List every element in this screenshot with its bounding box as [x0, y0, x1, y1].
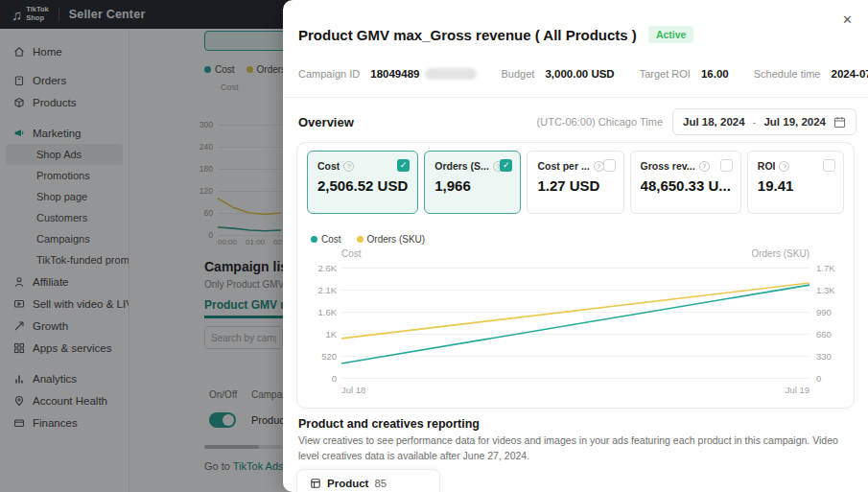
metric-checkbox[interactable]	[397, 159, 410, 172]
product-icon	[310, 478, 321, 489]
target-roi-value: 16.00	[701, 68, 729, 80]
y-tick-right: 1.7K	[816, 263, 835, 273]
left-axis-title: Cost	[341, 248, 362, 259]
metric-checkbox[interactable]	[823, 159, 835, 172]
axis-titles: Cost Orders (SKU)	[341, 248, 809, 259]
metric-value: 1,966	[434, 177, 510, 194]
metric-checkbox[interactable]	[720, 159, 733, 172]
x-axis-labels: Jul 18 Jul 19	[341, 385, 809, 395]
schedule-time-value: 2024-07-18 15:09:28	[832, 68, 868, 80]
y-tick-right: 0	[816, 373, 821, 384]
info-icon[interactable]	[779, 161, 789, 172]
reporting-title: Product and creatives reporting	[298, 417, 480, 431]
right-axis-title: Orders (SKU)	[751, 248, 809, 259]
y-tick-left: 2.6K	[317, 263, 337, 273]
date-range-picker[interactable]: Jul 18, 2024 - Jul 19, 2024	[672, 108, 856, 135]
metric-card-gross-revenue[interactable]: Gross rev... 48,650.33 U...	[630, 151, 741, 214]
metric-value: 19.41	[758, 177, 833, 194]
line-chart-svg	[341, 268, 809, 378]
metric-checkbox[interactable]	[500, 159, 512, 172]
campaign-id-field: Campaign ID 18049489	[298, 68, 477, 80]
y-tick-right: 1.3K	[816, 285, 835, 295]
tab-product[interactable]: Product 85	[296, 469, 440, 492]
status-badge: Active	[648, 26, 694, 43]
info-icon[interactable]	[699, 161, 710, 172]
metric-value: 2,506.52 USD	[317, 177, 408, 194]
chart-legend: Cost Orders (SKU)	[311, 234, 425, 245]
y-tick-left: 520	[321, 351, 337, 362]
metric-card-cost-per-order[interactable]: Cost per ... 1.27 USD	[527, 151, 623, 214]
metric-value: 1.27 USD	[537, 177, 613, 194]
calendar-icon	[833, 116, 846, 129]
legend-orders-sku[interactable]: Orders (SKU)	[357, 234, 426, 245]
info-icon[interactable]	[343, 161, 354, 172]
schedule-time-field: Schedule time 2024-07-18 15:09:28	[754, 68, 868, 80]
y-tick-right: 660	[816, 329, 832, 340]
budget-field: Budget 3,000.00 USD	[502, 68, 615, 80]
metric-card-roi[interactable]: ROI 19.41	[747, 151, 844, 214]
x-tick: Jul 18	[341, 385, 365, 395]
app-root: ♫ TikTok Shop Seller Center Home Orders …	[0, 0, 868, 492]
metric-card-orders-sku[interactable]: Orders (S... 1,966	[424, 151, 521, 214]
metric-card-cost[interactable]: Cost 2,506.52 USD	[307, 151, 418, 214]
overview-panel: Cost 2,506.52 USD Orders (S... 1,966 Cos…	[296, 142, 855, 409]
y-tick-left: 0	[332, 373, 337, 384]
orders-dot-icon	[357, 236, 364, 243]
x-tick: Jul 19	[786, 385, 809, 395]
timezone-label: (UTC-06:00) Chicago Time	[537, 116, 663, 128]
metric-value: 48,650.33 U...	[641, 177, 731, 194]
redacted-id-blur	[425, 68, 477, 80]
metric-checkbox[interactable]	[603, 159, 616, 172]
product-count: 85	[374, 478, 387, 489]
date-start: Jul 18, 2024	[683, 116, 745, 128]
y-tick-left: 1.6K	[317, 307, 337, 317]
y-tick-right: 990	[816, 307, 832, 317]
campaign-detail-drawer: ✕ Product GMV max_Gross revenue ( All Pr…	[283, 0, 868, 492]
close-icon[interactable]: ✕	[842, 13, 853, 26]
overview-title: Overview	[298, 115, 354, 129]
divider	[283, 97, 868, 98]
campaign-id-value: 18049489	[370, 68, 419, 80]
cost-dot-icon	[311, 236, 317, 243]
budget-value: 3,000.00 USD	[545, 68, 614, 80]
y-tick-left: 1K	[325, 329, 337, 340]
campaign-title: Product GMV max_Gross revenue ( All Prod…	[298, 27, 637, 43]
performance-chart: 2.6K1.7K 2.1K1.3K 1.6K990 1K660 520330 0…	[341, 268, 809, 378]
legend-cost[interactable]: Cost	[311, 234, 341, 245]
campaign-details-row: Campaign ID 18049489 Budget 3,000.00 USD…	[298, 68, 868, 80]
y-tick-left: 2.1K	[317, 285, 337, 295]
y-tick-right: 330	[816, 351, 832, 362]
target-roi-field: Target ROI 16.00	[640, 68, 729, 80]
date-end: Jul 19, 2024	[763, 116, 826, 128]
reporting-description: View creatives to see performance data f…	[298, 433, 853, 464]
